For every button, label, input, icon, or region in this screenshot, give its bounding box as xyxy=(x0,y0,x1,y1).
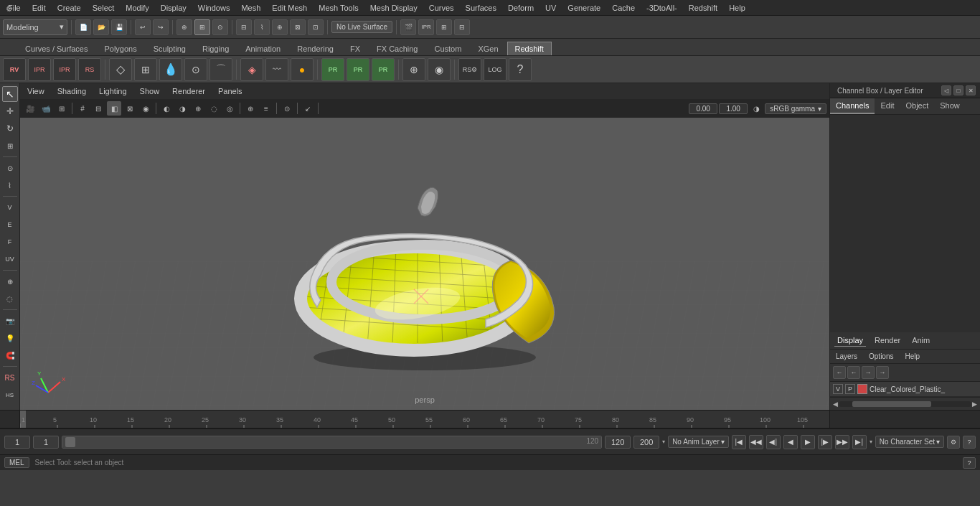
step-fwd-btn[interactable]: ▶▶ xyxy=(835,435,849,449)
shelf-tab-animation[interactable]: Animation xyxy=(237,42,288,55)
menu-mesh-display[interactable]: Mesh Display xyxy=(365,2,423,14)
skip-to-end-btn[interactable]: ▶| xyxy=(852,435,867,449)
menu-mesh-tools[interactable]: Mesh Tools xyxy=(314,2,363,14)
menu-create[interactable]: Create xyxy=(52,2,86,14)
menu-windows[interactable]: Windows xyxy=(193,2,235,14)
ch-tab-show[interactable]: Show xyxy=(934,98,966,114)
prev-frame-btn[interactable]: ◀| xyxy=(766,435,781,449)
camera-btn[interactable]: 📷 xyxy=(2,313,18,329)
vpt-field2[interactable]: 1.00 xyxy=(719,103,748,114)
timeline-ruler[interactable]: 1 5 10 15 20 25 30 xyxy=(20,411,829,428)
layer-p-toggle[interactable]: P xyxy=(845,384,855,394)
scene-3d[interactable]: persp X Y Z xyxy=(20,118,829,410)
playback-thumb[interactable] xyxy=(65,437,75,447)
layers-tab-display[interactable]: Display xyxy=(834,334,866,347)
shelf-icon-render-sphere[interactable]: ◉ xyxy=(428,58,451,81)
render-region-btn[interactable]: ⊞ xyxy=(436,19,452,35)
anim-end-display[interactable]: 120 xyxy=(605,436,631,449)
workspace-dropdown[interactable]: Modeling ▾ xyxy=(3,19,67,35)
shelf-icon-dome[interactable]: ⌒ xyxy=(209,58,232,81)
layers-tab-anim[interactable]: Anim xyxy=(909,334,933,347)
next-frame-btn[interactable]: |▶ xyxy=(818,435,832,449)
menu-mesh[interactable]: Mesh xyxy=(236,2,265,14)
light-btn[interactable]: 💡 xyxy=(2,330,18,346)
soft-select-btn[interactable]: ⊙ xyxy=(2,160,18,176)
vpt-gamma-dropdown[interactable]: sRGB gamma ▾ xyxy=(765,103,826,114)
shelf-icon-rs-log[interactable]: LOG xyxy=(484,58,507,81)
select-tool-btn[interactable]: ↖ xyxy=(2,86,18,102)
menu-help[interactable]: Help xyxy=(724,2,750,14)
menu-edit-mesh[interactable]: Edit Mesh xyxy=(267,2,312,14)
snap-btn[interactable]: 🧲 xyxy=(2,347,18,363)
vp-menu-view[interactable]: View xyxy=(24,85,47,97)
layers-last-btn[interactable]: → xyxy=(876,366,889,379)
shelf-icon-circle-rs[interactable]: ● xyxy=(291,58,314,81)
shelf-tab-xgen[interactable]: XGen xyxy=(470,42,506,55)
layers-new-btn[interactable]: ← xyxy=(833,366,846,379)
shelf-tab-rigging[interactable]: Rigging xyxy=(194,42,237,55)
vp-menu-shading[interactable]: Shading xyxy=(55,85,89,97)
face-btn[interactable]: F xyxy=(2,234,18,250)
menu-select[interactable]: Select xyxy=(88,2,120,14)
select-mode-btn[interactable]: ⊕ xyxy=(176,19,192,35)
shelf-tab-redshift[interactable]: Redshift xyxy=(507,42,552,55)
scrollbar-left-btn[interactable]: ◀ xyxy=(831,400,839,408)
skip-to-start-btn[interactable]: |◀ xyxy=(732,435,746,449)
snap-grid-btn[interactable]: ⊟ xyxy=(236,19,252,35)
no-character-set-dropdown[interactable]: No Character Set ▾ xyxy=(875,436,944,448)
shelf-tab-fx-caching[interactable]: FX Caching xyxy=(369,42,425,55)
play-back-btn[interactable]: ◀ xyxy=(783,435,798,449)
shelf-tab-rendering[interactable]: Rendering xyxy=(289,42,341,55)
frame-start-display[interactable]: 1 xyxy=(33,436,59,449)
layer-vis-toggle[interactable]: V xyxy=(833,384,843,394)
vpt-persp-btn[interactable]: 📹 xyxy=(39,101,53,116)
vpt-manip-btn[interactable]: ⊕ xyxy=(243,101,258,116)
paint-weights-btn[interactable]: ⊕ xyxy=(2,273,18,289)
vpt-ao-btn[interactable]: ◑ xyxy=(175,101,189,116)
menu-redshift[interactable]: Redshift xyxy=(684,2,722,14)
status-help-btn[interactable]: ? xyxy=(963,457,976,469)
shelf-tab-fx[interactable]: FX xyxy=(342,42,368,55)
menu-display[interactable]: Display xyxy=(156,2,192,14)
current-frame-display[interactable]: 1 xyxy=(4,436,30,449)
playback-range-slider[interactable]: 120 xyxy=(62,436,602,449)
cb-expand-btn[interactable]: □ xyxy=(953,85,963,95)
scale-tool-btn[interactable]: ⊞ xyxy=(2,138,18,154)
hypershade-btn[interactable]: HS xyxy=(2,387,18,403)
vp-menu-panels[interactable]: Panels xyxy=(215,85,245,97)
render-view-btn[interactable]: 🎬 xyxy=(400,19,416,35)
vpt-grid-btn[interactable]: # xyxy=(75,101,90,116)
shelf-icon-pr3[interactable]: PR xyxy=(372,58,395,81)
shelf-icon-pr2[interactable]: PR xyxy=(347,58,369,81)
paint-sel-btn[interactable]: ⊙ xyxy=(212,19,228,35)
move-tool-btn[interactable]: ✛ xyxy=(2,103,18,119)
vpt-isolation-btn[interactable]: ⊙ xyxy=(280,101,294,116)
layers-menu-options[interactable]: Options xyxy=(866,351,896,362)
render-seq-btn[interactable]: ⊟ xyxy=(454,19,470,35)
shelf-tab-sculpting[interactable]: Sculpting xyxy=(146,42,194,55)
menu-3dtool[interactable]: -3DtoAll- xyxy=(641,2,682,14)
vpt-wireframe-btn[interactable]: ⊟ xyxy=(91,101,105,116)
layers-tab-render[interactable]: Render xyxy=(872,334,903,347)
layer-color-swatch[interactable] xyxy=(857,384,867,394)
shelf-tab-polygons[interactable]: Polygons xyxy=(96,42,144,55)
shelf-icon-question[interactable]: ? xyxy=(509,58,532,81)
layers-prev-btn[interactable]: ← xyxy=(847,366,860,379)
no-char-set-arrow[interactable]: ▾ xyxy=(870,439,872,445)
layers-menu-help[interactable]: Help xyxy=(902,351,923,362)
save-scene-btn[interactable]: 💾 xyxy=(111,19,127,35)
menu-curves[interactable]: Curves xyxy=(424,2,459,14)
lasso-btn[interactable]: ⊞ xyxy=(194,19,210,35)
layers-menu-layers[interactable]: Layers xyxy=(833,351,860,362)
sculpt-btn[interactable]: ◌ xyxy=(2,291,18,306)
shelf-icon-teardrop[interactable]: 💧 xyxy=(159,58,182,81)
no-anim-layer-arrow[interactable]: ▾ xyxy=(662,439,665,445)
shelf-icon-grid[interactable]: ⊞ xyxy=(134,58,157,81)
anim-settings-btn[interactable]: ⚙ xyxy=(947,436,960,449)
undo-btn[interactable]: ↩ xyxy=(135,19,151,35)
cb-close-btn[interactable]: ✕ xyxy=(966,85,976,95)
lasso-tool-btn[interactable]: ⌇ xyxy=(2,177,18,193)
cb-collapse-btn[interactable]: ◁ xyxy=(941,85,951,95)
menu-generate[interactable]: Generate xyxy=(562,2,606,14)
vpt-light-btn[interactable]: ◉ xyxy=(138,101,153,116)
